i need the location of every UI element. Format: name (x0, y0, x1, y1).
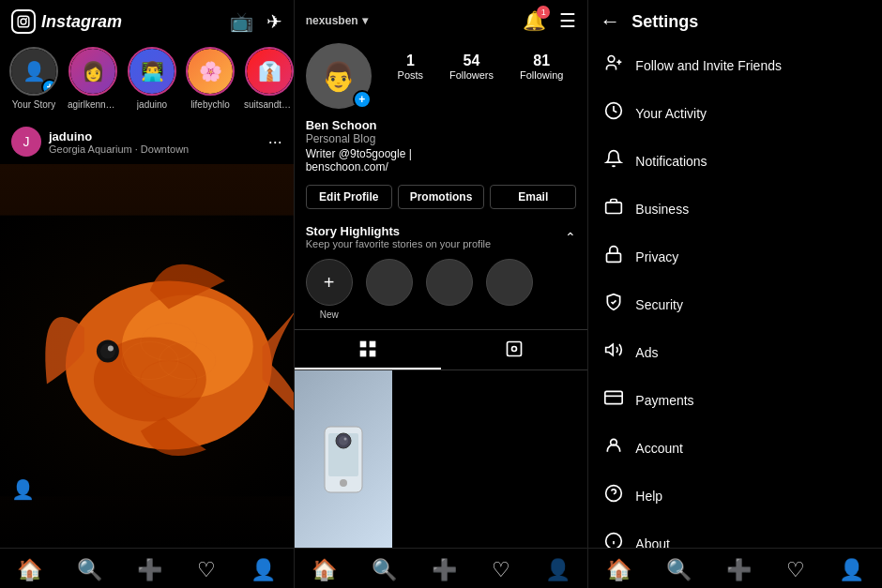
highlight-item[interactable] (366, 259, 413, 320)
settings-item-payments[interactable]: Payments (588, 376, 882, 424)
story-avatar[interactable]: 👨‍💻 (128, 47, 176, 96)
about-icon (603, 532, 624, 548)
settings-item-notifications[interactable]: Notifications (588, 137, 882, 185)
nav-search-icon[interactable]: 🔍 (666, 558, 692, 582)
highlight-circle[interactable] (426, 259, 473, 306)
svg-rect-33 (605, 391, 622, 403)
tab-grid[interactable] (295, 330, 441, 369)
story-item[interactable]: 🌸 lifebychlo (186, 47, 235, 110)
bio-section: Ben Schoon Personal Blog Writer @9to5goo… (295, 118, 588, 181)
profile-header-icons: 🔔 1 ☰ (523, 9, 576, 32)
nav-home-icon[interactable]: 🏠 (17, 558, 42, 582)
nav-home-icon[interactable]: 🏠 (606, 558, 631, 582)
bio-name: Ben Schoon (306, 118, 577, 132)
profile-add-button[interactable]: + (353, 90, 372, 109)
security-label: Security (635, 297, 683, 312)
grid-tabs (295, 329, 588, 370)
menu-icon[interactable]: ☰ (559, 9, 576, 32)
story-item[interactable]: 👩 agirlkenndr... (68, 47, 118, 110)
story-avatar[interactable]: 👩 (68, 47, 117, 96)
back-button[interactable]: ← (600, 9, 620, 34)
feed-bottom-nav: 🏠 🔍 ➕ ♡ 👤 (0, 548, 294, 588)
nav-home-icon[interactable]: 🏠 (312, 558, 337, 582)
settings-item-follow[interactable]: Follow and Invite Friends (588, 41, 882, 89)
highlight-circle[interactable] (366, 259, 413, 306)
profile-overlay-icon[interactable]: 👤 (11, 478, 35, 501)
settings-item-about[interactable]: About (588, 520, 882, 548)
story-label: agirlkenndr... (68, 99, 118, 110)
settings-item-ads[interactable]: Ads (588, 328, 882, 376)
settings-item-business[interactable]: Business (588, 185, 882, 233)
post-avatar[interactable]: J (11, 127, 41, 157)
story-avatar[interactable]: 🌸 (186, 47, 235, 96)
highlights-sub: Keep your favorite stories on your profi… (306, 238, 492, 249)
nav-add-icon[interactable]: ➕ (432, 558, 457, 582)
nav-search-icon[interactable]: 🔍 (77, 558, 102, 582)
nav-heart-icon[interactable]: ♡ (197, 558, 216, 582)
svg-rect-17 (370, 351, 376, 357)
settings-bottom-nav: 🏠 🔍 ➕ ♡ 👤 (588, 548, 882, 588)
svg-point-2 (25, 18, 27, 20)
svg-point-26 (609, 56, 616, 63)
followers-label: Followers (449, 69, 494, 81)
settings-item-privacy[interactable]: Privacy (588, 233, 882, 280)
post-more-button[interactable]: ··· (268, 132, 282, 152)
notification-button[interactable]: 🔔 1 (523, 9, 546, 32)
email-button[interactable]: Email (490, 185, 576, 209)
stories-row: 👤 + Your Story 👩 agirlkenndr... 👨‍💻 jadu… (0, 41, 294, 119)
story-avatar[interactable]: 👔 (245, 47, 294, 96)
nav-profile-icon[interactable]: 👤 (545, 558, 570, 582)
nav-add-icon[interactable]: ➕ (137, 558, 162, 582)
highlight-new-item[interactable]: + New (306, 259, 353, 320)
posts-label: Posts (398, 69, 424, 81)
post-location: Georgia Aquarium · Downtown (49, 143, 189, 155)
promotions-button[interactable]: Promotions (398, 185, 484, 209)
about-label: About (635, 536, 670, 549)
grid-cell[interactable] (295, 370, 392, 548)
send-icon[interactable]: ✈ (266, 10, 282, 33)
nav-heart-icon[interactable]: ♡ (492, 558, 510, 582)
settings-item-security[interactable]: Security (588, 280, 882, 328)
highlights-chevron-icon[interactable]: ⌃ (565, 230, 576, 245)
story-item[interactable]: 👨‍💻 jaduino (128, 47, 176, 110)
nav-profile-icon[interactable]: 👤 (839, 558, 864, 582)
privacy-icon (603, 245, 624, 268)
privacy-label: Privacy (635, 249, 678, 264)
nav-profile-icon[interactable]: 👤 (251, 558, 276, 582)
followers-count: 54 (464, 53, 480, 69)
post-grid (295, 370, 588, 548)
your-story-label: Your Story (12, 99, 55, 110)
story-item[interactable]: 👔 suitsandtech (244, 47, 294, 110)
highlight-circle[interactable] (486, 259, 533, 306)
highlight-new-circle[interactable]: + (306, 259, 353, 306)
following-stat[interactable]: 81 Following (520, 53, 563, 81)
svg-point-38 (606, 534, 622, 548)
logo-icon (11, 9, 36, 34)
follow-label: Follow and Invite Friends (635, 58, 782, 73)
edit-profile-button[interactable]: Edit Profile (306, 185, 392, 209)
story-item[interactable]: 👤 + Your Story (9, 47, 58, 110)
payments-label: Payments (635, 393, 693, 408)
settings-item-account[interactable]: Account (588, 424, 882, 472)
nav-add-icon[interactable]: ➕ (726, 558, 752, 582)
story-label: suitsandtech (244, 99, 294, 110)
highlights-scroll: + New (295, 253, 588, 329)
settings-item-help[interactable]: Help (588, 472, 882, 520)
settings-item-activity[interactable]: Your Activity (588, 89, 882, 137)
highlight-item[interactable] (486, 259, 533, 320)
your-story-avatar[interactable]: 👤 + (9, 47, 58, 96)
post-header: J jaduino Georgia Aquarium · Downtown ··… (0, 119, 294, 164)
tv-icon[interactable]: 📺 (230, 10, 253, 33)
nav-search-icon[interactable]: 🔍 (372, 558, 397, 582)
svg-point-8 (100, 344, 115, 359)
help-label: Help (635, 489, 662, 504)
story-add-icon: + (41, 79, 58, 96)
post-user: J jaduino Georgia Aquarium · Downtown (11, 127, 189, 157)
nav-heart-icon[interactable]: ♡ (786, 558, 805, 582)
highlight-item[interactable] (426, 259, 473, 320)
profile-username[interactable]: nexusben ▾ (306, 14, 368, 27)
tab-tagged[interactable] (441, 330, 587, 369)
followers-stat[interactable]: 54 Followers (449, 53, 494, 81)
feed-header-icons: 📺 ✈ (230, 10, 282, 33)
settings-list: Follow and Invite Friends Your Activity … (588, 41, 882, 548)
